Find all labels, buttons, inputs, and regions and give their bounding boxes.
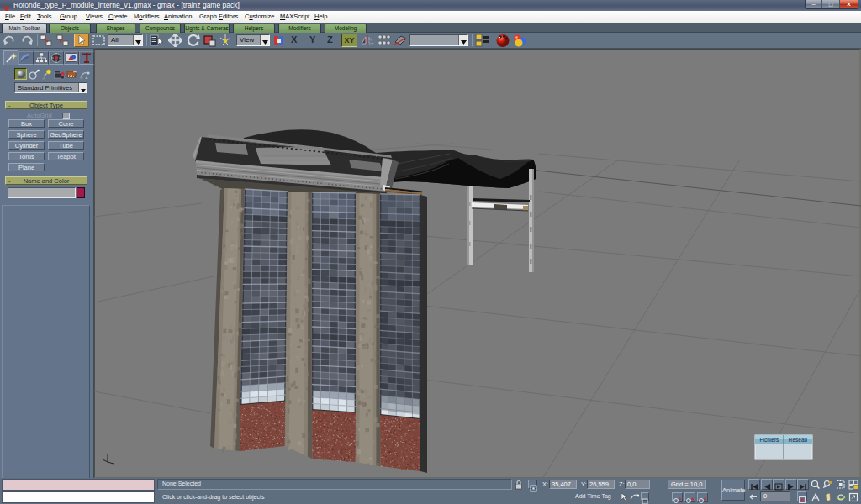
svg-text:Fichiers: Fichiers: [760, 437, 780, 443]
svg-text:Réseau: Réseau: [789, 437, 808, 443]
